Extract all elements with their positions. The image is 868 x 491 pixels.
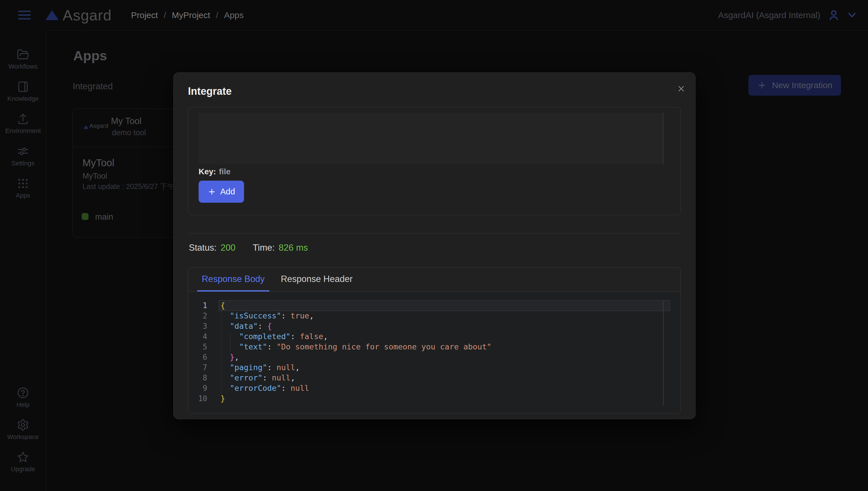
editor-scrollbar[interactable] [663, 300, 663, 405]
modal-divider [188, 233, 680, 233]
branch-status-dot [82, 213, 88, 220]
line-number: 10 [188, 394, 207, 404]
user-account-label: AsgardAI (Asgard Internal) [718, 10, 820, 20]
code-line: "error": null, [220, 373, 491, 383]
code-gutter: 12345678910 [188, 300, 207, 404]
add-button[interactable]: Add [198, 181, 244, 203]
response-body-editor[interactable]: 12345678910 { "isSuccess": true, "data":… [188, 292, 680, 413]
sidebar-item-knowledge[interactable]: Knowledge [0, 80, 46, 103]
app-title: MyTool [82, 157, 114, 169]
sidebar-item-label: Upgrade [11, 465, 35, 473]
help-icon [17, 386, 29, 399]
top-bar: Asgard Project / MyProject / Apps Asgard… [0, 0, 868, 31]
new-integration-label: New Integration [772, 80, 832, 90]
new-integration-button[interactable]: New Integration [749, 75, 841, 96]
response-tabs: Response Body Response Header [188, 268, 680, 292]
plus-icon [208, 187, 216, 196]
line-number: 1 [188, 300, 207, 311]
star-icon [17, 451, 29, 463]
breadcrumb-project[interactable]: Project [131, 10, 158, 20]
code-line: "text": "Do something nice for someone y… [220, 342, 491, 352]
sidebar-item-label: Settings [11, 160, 34, 167]
code-line: "data": { [220, 321, 491, 331]
file-input-area[interactable] [198, 113, 663, 164]
sidebar: Workflows Knowledge Environment Settings [0, 30, 46, 491]
line-number: 3 [188, 321, 207, 331]
sidebar-item-workspace[interactable]: Workspace [0, 418, 46, 441]
hamburger-menu-icon[interactable] [18, 9, 31, 21]
request-body-panel: Key:file Add [188, 107, 681, 215]
asgard-mini-logo-icon [83, 125, 88, 129]
sidebar-item-apps[interactable]: Apps [0, 177, 46, 199]
code-line: } [220, 394, 491, 404]
sidebar-item-label: Apps [16, 192, 30, 199]
line-number: 4 [188, 331, 207, 342]
user-menu[interactable]: AsgardAI (Asgard Internal) [718, 0, 857, 30]
page-title: Apps [73, 48, 107, 63]
line-number: 7 [188, 363, 207, 373]
line-number: 6 [188, 352, 207, 363]
breadcrumb-myproject[interactable]: MyProject [172, 10, 210, 20]
tab-response-body[interactable]: Response Body [197, 268, 269, 291]
breadcrumb-apps[interactable]: Apps [224, 10, 243, 20]
status-value: 200 [221, 242, 236, 253]
code-line: "completed": false, [220, 331, 491, 342]
key-row: Key:file [198, 167, 230, 176]
key-label: Key: [198, 167, 216, 176]
line-number: 9 [188, 383, 207, 394]
time-value: 826 ms [279, 242, 308, 253]
app-last-update: Last update : 2025/6/27 下午4 [82, 182, 179, 191]
sidebar-item-label: Knowledge [7, 95, 39, 103]
grid-icon [17, 177, 29, 190]
code-line: "isSuccess": true, [220, 311, 491, 321]
tab-response-header[interactable]: Response Header [276, 268, 357, 291]
breadcrumb-separator: / [164, 10, 166, 20]
integration-subtitle: demo tool [112, 128, 146, 137]
upload-icon [17, 113, 29, 125]
response-panel: Response Body Response Header 1234567891… [188, 267, 681, 413]
sidebar-item-environment[interactable]: Environment [0, 113, 46, 135]
sidebar-item-upgrade[interactable]: Upgrade [0, 451, 46, 473]
code-lines: { "isSuccess": true, "data": { "complete… [220, 300, 491, 404]
integration-title: My Tool [111, 116, 141, 126]
gear-icon [17, 418, 29, 431]
code-line: }, [220, 352, 491, 363]
book-icon [17, 80, 29, 93]
asgard-logo-icon [46, 10, 59, 20]
chevron-down-icon [847, 12, 857, 18]
close-icon[interactable] [675, 82, 687, 95]
plus-icon [757, 80, 767, 90]
section-title: Integrated [73, 81, 113, 92]
folder-icon [17, 48, 29, 61]
code-line: { [220, 300, 491, 311]
breadcrumb-separator: / [216, 10, 218, 20]
sidebar-item-label: Environment [5, 127, 41, 135]
sidebar-item-workflows[interactable]: Workflows [0, 48, 46, 70]
modal-title: Integrate [188, 85, 232, 97]
add-button-label: Add [220, 187, 235, 196]
sidebar-item-label: Workflows [8, 63, 37, 70]
sliders-icon [17, 145, 29, 157]
sidebar-item-settings[interactable]: Settings [0, 145, 46, 167]
status-label: Status: [189, 242, 217, 253]
key-value: file [219, 167, 230, 176]
sidebar-item-label: Help [17, 401, 29, 409]
integrate-modal: Integrate Key:file Add Status: 200 Time:… [173, 73, 696, 419]
status-row: Status: 200 Time: 826 ms [189, 242, 308, 253]
breadcrumb: Project / MyProject / Apps [131, 10, 244, 20]
app-subtitle: MyTool [82, 172, 107, 181]
app-logo-text: Asgard [63, 7, 112, 23]
provider-label: Asgard [89, 123, 108, 129]
line-number: 8 [188, 373, 207, 383]
line-number: 5 [188, 342, 207, 352]
time-label: Time: [253, 242, 274, 253]
code-line: "errorCode": null [220, 383, 491, 394]
code-line: "paging": null, [220, 363, 491, 373]
user-avatar-icon [827, 9, 840, 22]
branch-label: main [95, 212, 113, 222]
sidebar-item-label: Workspace [7, 433, 39, 441]
sidebar-item-help[interactable]: Help [0, 386, 46, 409]
line-number: 2 [188, 311, 207, 321]
